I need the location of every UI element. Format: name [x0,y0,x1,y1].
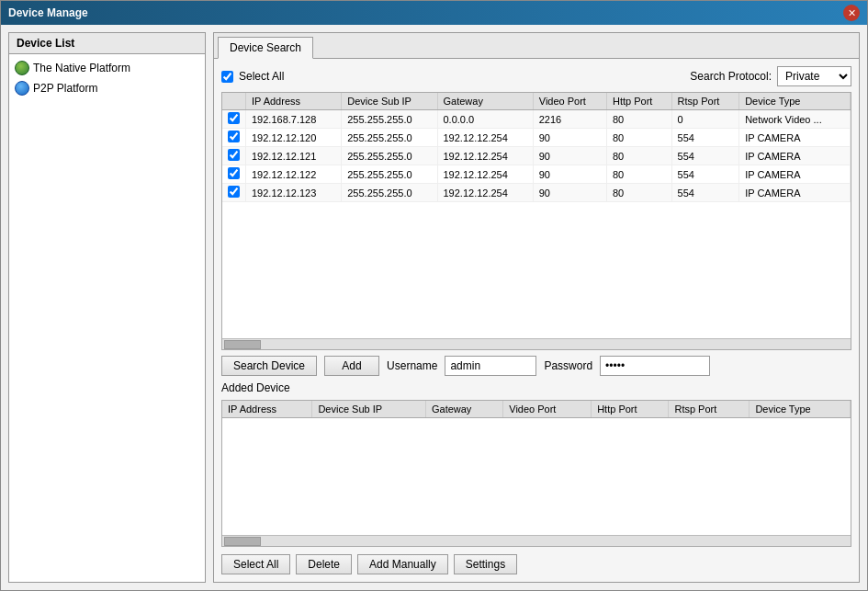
password-input[interactable] [600,356,710,376]
row-video-port: 90 [533,147,606,165]
select-all-button[interactable]: Select All [221,554,290,574]
row-ip: 192.12.12.120 [246,129,342,147]
row-sub-ip: 255.255.255.0 [342,165,437,184]
lower-col-rtsp-port: Rtsp Port [669,401,750,418]
row-http-port: 80 [607,165,672,184]
row-sub-ip: 255.255.255.0 [342,110,437,129]
right-panel: Device Search Select All Search Protocol… [213,32,860,583]
row-sub-ip: 255.255.255.0 [342,129,437,147]
search-protocol-label: Search Protocol: [690,70,772,83]
col-device-sub-ip: Device Sub IP [342,93,437,110]
search-header-left: Select All [221,70,284,83]
row-http-port: 80 [607,147,672,165]
window-title: Device Manage [8,6,88,19]
row-gateway: 0.0.0.0 [437,110,533,129]
lower-col-ip-address: IP Address [222,401,312,418]
row-checkbox-cell[interactable] [222,147,246,165]
row-checkbox-2[interactable] [228,149,240,161]
row-checkbox-4[interactable] [228,186,240,198]
lower-col-video-port: Video Port [503,401,592,418]
sidebar-title: Device List [9,33,205,54]
upper-table-scroll[interactable]: IP Address Device Sub IP Gateway Video P… [222,93,851,338]
row-rtsp-port: 554 [671,129,739,147]
row-rtsp-port: 554 [671,184,739,202]
lower-table: IP Address Device Sub IP Gateway Video P… [222,401,851,418]
add-manually-button[interactable]: Add Manually [357,554,448,574]
main-content: Device List The Native Platform P2P Plat… [1,25,867,590]
select-all-checkbox[interactable] [221,71,233,83]
row-gateway: 192.12.12.254 [437,147,533,165]
row-checkbox-cell[interactable] [222,184,246,202]
select-all-label: Select All [239,70,284,83]
row-checkbox-1[interactable] [228,131,240,142]
upper-table-row[interactable]: 192.12.12.122 255.255.255.0 192.12.12.25… [222,165,851,184]
sidebar: Device List The Native Platform P2P Plat… [8,32,206,583]
tab-device-search[interactable]: Device Search [218,37,313,59]
upper-table-row[interactable]: 192.12.12.120 255.255.255.0 192.12.12.25… [222,129,851,147]
lower-col-http-port: Http Port [592,401,669,418]
upper-table-row[interactable]: 192.168.7.128 255.255.255.0 0.0.0.0 2216… [222,110,851,129]
row-rtsp-port: 0 [671,110,739,129]
row-video-port: 90 [533,129,606,147]
upper-table-row[interactable]: 192.12.12.123 255.255.255.0 192.12.12.25… [222,184,851,202]
col-ip-address: IP Address [246,93,342,110]
lower-table-wrapper: IP Address Device Sub IP Gateway Video P… [221,400,851,547]
row-checkbox-cell[interactable] [222,165,246,184]
row-sub-ip: 255.255.255.0 [342,147,437,165]
row-checkbox-3[interactable] [228,167,240,179]
added-section-label: Added Device [221,381,851,394]
row-http-port: 80 [607,110,672,129]
row-ip: 192.12.12.123 [246,184,342,202]
col-rtsp-port: Rtsp Port [671,93,739,110]
panel-body: Select All Search Protocol: Private ONVI… [214,59,859,582]
username-label: Username [387,359,437,372]
tab-bar: Device Search [214,33,859,59]
row-http-port: 80 [607,129,672,147]
row-video-port: 90 [533,165,606,184]
close-button[interactable]: ✕ [843,5,860,21]
row-device-type: IP CAMERA [739,184,851,202]
row-ip: 192.12.12.122 [246,165,342,184]
title-bar: Device Manage ✕ [1,1,867,25]
upper-table-wrapper: IP Address Device Sub IP Gateway Video P… [221,92,851,350]
password-label: Password [544,359,592,372]
search-device-button[interactable]: Search Device [221,356,317,376]
main-window: Device Manage ✕ Device List The Native P… [0,0,868,591]
col-device-type: Device Type [739,93,851,110]
row-gateway: 192.12.12.254 [437,165,533,184]
search-protocol-select[interactable]: Private ONVIF GB28181 [777,66,851,86]
row-video-port: 90 [533,184,606,202]
lower-col-device-type: Device Type [750,401,851,418]
sidebar-item-p2p-platform[interactable]: P2P Platform [13,78,201,98]
lower-col-gateway: Gateway [425,401,502,418]
lower-col-device-sub-ip: Device Sub IP [312,401,426,418]
row-http-port: 80 [607,184,672,202]
row-device-type: Network Video ... [739,110,851,129]
row-device-type: IP CAMERA [739,129,851,147]
row-checkbox-0[interactable] [228,112,240,124]
sidebar-item-native-platform[interactable]: The Native Platform [13,58,201,78]
row-ip: 192.12.12.121 [246,147,342,165]
upper-scrollbar[interactable] [222,338,851,349]
action-row: Search Device Add Username Password [221,356,851,376]
delete-button[interactable]: Delete [296,554,352,574]
lower-scrollbar[interactable] [222,535,851,546]
row-ip: 192.168.7.128 [246,110,342,129]
col-video-port: Video Port [533,93,606,110]
row-checkbox-cell[interactable] [222,129,246,147]
settings-button[interactable]: Settings [454,554,517,574]
username-input[interactable] [445,356,536,376]
native-platform-icon [15,61,29,75]
col-check [222,93,246,110]
search-header: Select All Search Protocol: Private ONVI… [221,66,851,86]
lower-table-scroll[interactable]: IP Address Device Sub IP Gateway Video P… [222,401,851,535]
row-video-port: 2216 [533,110,606,129]
row-device-type: IP CAMERA [739,165,851,184]
row-rtsp-port: 554 [671,165,739,184]
row-rtsp-port: 554 [671,147,739,165]
row-checkbox-cell[interactable] [222,110,246,129]
upper-table-row[interactable]: 192.12.12.121 255.255.255.0 192.12.12.25… [222,147,851,165]
row-gateway: 192.12.12.254 [437,184,533,202]
add-button[interactable]: Add [324,356,379,376]
sidebar-items: The Native Platform P2P Platform [9,54,205,102]
